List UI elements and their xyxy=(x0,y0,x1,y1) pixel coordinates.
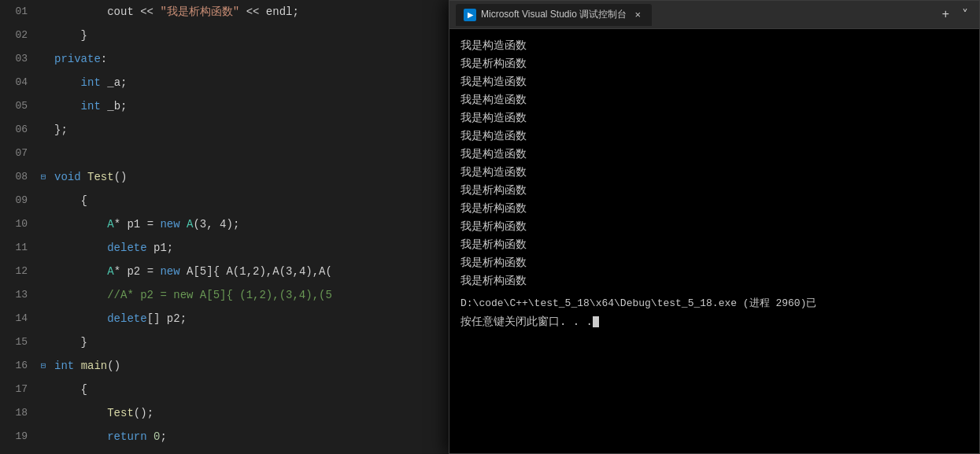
code-line: 01 cout << "我是析构函数" << endl; xyxy=(0,0,449,24)
code-line: 07 xyxy=(0,142,449,165)
line-content: A* p1 = new A(3, 4); xyxy=(51,212,449,236)
code-lines-container: 01 cout << "我是析构函数" << endl;02 }03privat… xyxy=(0,0,449,454)
line-content: private: xyxy=(51,47,449,71)
terminal-cursor xyxy=(593,316,599,327)
line-content: } xyxy=(51,330,449,354)
terminal-window: ▶ Microsoft Visual Studio 调试控制台 × + ˅ 我是… xyxy=(449,0,980,454)
line-content: int _a; xyxy=(51,71,449,94)
code-line: 15 } xyxy=(0,330,449,354)
line-number: 15 xyxy=(0,330,35,354)
line-number: 12 xyxy=(0,260,35,283)
code-editor: 01 cout << "我是析构函数" << endl;02 }03privat… xyxy=(0,0,449,454)
line-content: A* p2 = new A[5]{ A(1,2),A(3,4),A( xyxy=(51,260,449,283)
code-line: 11 delete p1; xyxy=(0,236,449,260)
terminal-output-line: 我是构造函数 xyxy=(460,37,968,54)
line-content: delete[] p2; xyxy=(51,307,449,330)
line-content: void Test() xyxy=(51,165,449,189)
line-number: 03 xyxy=(0,47,35,71)
terminal-body: 我是构造函数我是析构函数我是构造函数我是构造函数我是构造函数我是构造函数我是构造… xyxy=(449,29,979,453)
add-terminal-button[interactable]: + xyxy=(937,6,954,24)
code-line: 12 A* p2 = new A[5]{ A(1,2),A(3,4),A( xyxy=(0,260,449,283)
line-content: cout << "我是析构函数" << endl; xyxy=(51,0,449,24)
line-number: 20 xyxy=(0,448,35,454)
line-number: 04 xyxy=(0,71,35,94)
terminal-output-line: 我是析构函数 xyxy=(460,272,968,290)
terminal-output-line: 我是析构函数 xyxy=(460,236,968,253)
code-line: 05 int _b; xyxy=(0,94,449,118)
line-number: 13 xyxy=(0,283,35,307)
terminal-titlebar: ▶ Microsoft Visual Studio 调试控制台 × + ˅ xyxy=(449,1,979,29)
terminal-status-line: D:\code\C++\test_5_18\x64\Debug\test_5_1… xyxy=(460,295,968,312)
terminal-output-line: 我是构造函数 xyxy=(460,73,968,90)
line-number: 11 xyxy=(0,236,35,260)
line-content: } xyxy=(51,448,449,454)
line-content: }; xyxy=(51,118,449,142)
code-line: 09 { xyxy=(0,189,449,212)
terminal-output-line: 我是构造函数 xyxy=(460,91,968,109)
line-content: delete p1; xyxy=(51,236,449,260)
line-number: 06 xyxy=(0,118,35,142)
line-number: 10 xyxy=(0,212,35,236)
main-layout: 01 cout << "我是析构函数" << endl;02 }03privat… xyxy=(0,0,980,454)
line-content: //A* p2 = new A[5]{ (1,2),(3,4),(5 xyxy=(51,283,449,307)
line-content: int _b; xyxy=(51,94,449,118)
line-content: return 0; xyxy=(51,425,449,448)
line-number: 01 xyxy=(0,0,35,24)
chevron-down-icon[interactable]: ˅ xyxy=(957,6,973,24)
line-content: } xyxy=(51,24,449,47)
line-number: 07 xyxy=(0,142,35,165)
terminal-output-line: 我是构造函数 xyxy=(460,146,968,163)
code-line: 10 A* p1 = new A(3, 4); xyxy=(0,212,449,236)
vs-icon: ▶ xyxy=(464,9,476,21)
line-number: 08 xyxy=(0,165,35,189)
line-content: { xyxy=(51,378,449,401)
terminal-prompt-line: 按任意键关闭此窗口. . . xyxy=(460,313,968,330)
terminal-tab[interactable]: ▶ Microsoft Visual Studio 调试控制台 × xyxy=(456,4,652,26)
terminal-output-line: 我是构造函数 xyxy=(460,109,968,127)
line-gutter: ⊟ xyxy=(35,165,51,189)
code-line: 03private: xyxy=(0,47,449,71)
terminal-output-line: 我是析构函数 xyxy=(460,182,968,199)
code-line: 18 Test(); xyxy=(0,401,449,425)
terminal-output-line: 我是构造函数 xyxy=(460,127,968,145)
code-line: 16⊟int main() xyxy=(0,354,449,378)
terminal-output-line: 我是析构函数 xyxy=(460,254,968,271)
code-line: 17 { xyxy=(0,378,449,401)
close-icon[interactable]: × xyxy=(631,9,644,21)
code-line: 14 delete[] p2; xyxy=(0,307,449,330)
code-line: 02 } xyxy=(0,24,449,47)
terminal-tab-title: Microsoft Visual Studio 调试控制台 xyxy=(481,8,627,21)
code-line: 04 int _a; xyxy=(0,71,449,94)
terminal-output-line: 我是析构函数 xyxy=(460,218,968,235)
code-line: 20 } xyxy=(0,448,449,454)
code-line: 06}; xyxy=(0,118,449,142)
line-content: Test(); xyxy=(51,401,449,425)
terminal-output-line: 我是构造函数 xyxy=(460,164,968,181)
line-number: 09 xyxy=(0,189,35,212)
line-content: int main() xyxy=(51,354,449,378)
line-gutter: ⊟ xyxy=(35,354,51,378)
code-line: 13 //A* p2 = new A[5]{ (1,2),(3,4),(5 xyxy=(0,283,449,307)
code-line: 19 return 0; xyxy=(0,425,449,448)
code-line: 08⊟void Test() xyxy=(0,165,449,189)
terminal-output-line: 我是析构函数 xyxy=(460,200,968,217)
line-number: 14 xyxy=(0,307,35,330)
terminal-action-buttons: + ˅ xyxy=(937,6,973,24)
line-number: 05 xyxy=(0,94,35,118)
line-number: 18 xyxy=(0,401,35,425)
line-number: 16 xyxy=(0,354,35,378)
line-content: { xyxy=(51,189,449,212)
terminal-output-line: 我是析构函数 xyxy=(460,55,968,72)
line-number: 17 xyxy=(0,378,35,401)
line-number: 02 xyxy=(0,24,35,47)
line-number: 19 xyxy=(0,425,35,448)
